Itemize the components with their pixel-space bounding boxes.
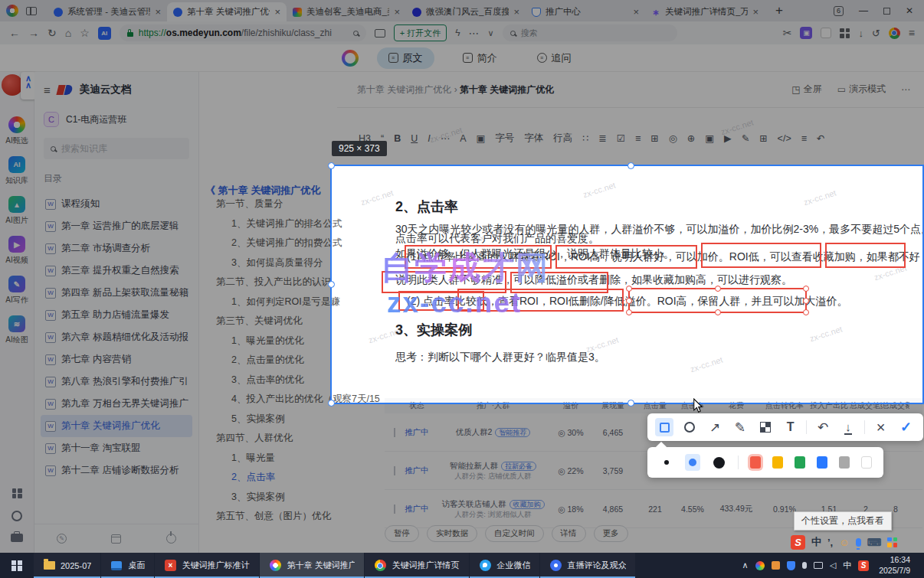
fullscreen-button[interactable]: ◳全屏 — [791, 83, 821, 96]
editor-tool[interactable]: ↶ — [817, 132, 824, 144]
browser-tab[interactable]: 推广中心× — [526, 2, 645, 21]
sidebar-doc-item[interactable]: W第四章 新品上架获取流量秘籍 — [41, 282, 192, 304]
color-swatch[interactable] — [861, 456, 872, 469]
ai-rail-item-知识库[interactable]: AI知识库 — [5, 156, 28, 186]
table-action-button[interactable]: 详情 — [552, 525, 586, 542]
editor-tool[interactable]: ⊞ — [650, 132, 658, 144]
breadcrumb-parent[interactable]: 第十章 关键词推广优化 — [357, 84, 451, 95]
browser-tab[interactable]: 系统管理 - 美迪云管理× — [48, 2, 167, 21]
download-icon[interactable]: ↓ — [858, 28, 863, 39]
sidebar-doc-item[interactable]: W第三章 提升权重之自然搜索 — [41, 260, 192, 282]
taskbar-clock[interactable]: 16:34 2025/7/9 — [876, 555, 918, 576]
tab-count-badge[interactable]: 6 — [834, 6, 844, 16]
taskbar-item[interactable]: 2025-07 — [34, 553, 100, 578]
toc-item[interactable]: 第五节、创意（图片）优化 — [199, 507, 337, 527]
more-tools-icon[interactable]: ⋯ — [469, 27, 480, 39]
checkbox[interactable] — [394, 505, 395, 514]
red-badge-icon[interactable] — [2, 74, 23, 96]
table-action-button[interactable]: 更多 — [594, 525, 628, 542]
taskbar-item[interactable]: 第十章 关键词推广... — [260, 553, 364, 578]
sidebar-doc-item[interactable]: W第八章 热浪引擎和付费推广引 — [41, 371, 192, 393]
download-tool-icon[interactable]: ↓ — [839, 418, 857, 436]
taskbar-item[interactable]: 关键词推广详情页... — [365, 553, 469, 578]
editor-tool[interactable]: ≣ — [598, 132, 606, 144]
ai-rail-item-AI图片[interactable]: ▲AI图片 — [5, 196, 28, 226]
toc-item[interactable]: 第三节、关键词优化 — [199, 312, 337, 331]
checkbox[interactable] — [394, 466, 395, 475]
tray-mic-icon[interactable] — [802, 562, 807, 569]
annotation-rect[interactable] — [825, 243, 906, 268]
tray-lang-icon[interactable]: 中 — [843, 560, 851, 571]
toc-item[interactable]: 3、实操案例 — [199, 488, 337, 508]
address-bar[interactable]: https://os.medeyun.com/file/zhishiku/cla… — [120, 24, 366, 41]
globe-icon[interactable] — [11, 511, 22, 521]
briefcase-icon[interactable] — [11, 534, 23, 542]
editor-tool[interactable]: ▣ — [705, 132, 714, 144]
table-action-button[interactable]: 暂停 — [385, 525, 419, 542]
history-icon[interactable]: ↺ — [872, 28, 880, 39]
doc-tab-简介[interactable]: ≡简介 — [451, 47, 509, 69]
browser-tab[interactable]: 美迪创客_美迪电商_美× — [287, 2, 406, 21]
ime-tooltip[interactable]: 个性设置，点我看看 — [794, 511, 892, 531]
browser-menu-icon[interactable] — [889, 28, 900, 39]
toc-item[interactable]: 2、关键词推广的扣费公式 — [199, 233, 337, 253]
color-swatch[interactable] — [772, 456, 783, 469]
toc-item[interactable]: 5、实操案例 — [199, 410, 337, 429]
ai-rail-item-AI写作[interactable]: ✎AI写作 — [5, 276, 28, 305]
sidebar-doc-item[interactable]: W第七章 内容营销 — [41, 348, 192, 371]
taskbar-item[interactable]: ×关键词推广标准计... — [155, 553, 259, 578]
edit-icon[interactable]: ✎ — [57, 534, 67, 544]
tab-close-icon[interactable]: × — [155, 6, 161, 18]
ai-logo-icon[interactable] — [342, 50, 359, 67]
browser-logo-icon[interactable] — [6, 5, 18, 17]
chevron-down-icon[interactable]: ∨ — [488, 28, 494, 38]
tab-close-icon[interactable]: × — [394, 6, 400, 18]
mosaic-tool-icon[interactable] — [756, 418, 775, 436]
annotation-handle[interactable] — [626, 309, 632, 315]
reload-icon[interactable]: ↻ — [48, 27, 57, 39]
toc-item[interactable]: 第四节、人群优化 — [199, 429, 337, 449]
undo-tool-icon[interactable]: ↶ — [814, 418, 832, 436]
stroke-size-option[interactable] — [659, 454, 673, 471]
white-extension-icon[interactable] — [821, 28, 831, 38]
tab-close-icon[interactable]: × — [513, 6, 519, 18]
ime-toolbox-icon[interactable] — [887, 537, 897, 547]
text-tool-icon[interactable]: T — [781, 418, 800, 436]
tab-close-icon[interactable]: × — [274, 6, 280, 18]
circle-tool-icon[interactable] — [680, 418, 699, 436]
annotation-handle[interactable] — [803, 309, 809, 315]
split-screen-icon[interactable] — [26, 7, 37, 15]
ime-lang-toggle[interactable]: 中 — [811, 535, 821, 549]
minimize-button[interactable]: — — [859, 5, 868, 16]
toc-item[interactable]: 第二节、投入产出比的认识 — [199, 273, 337, 292]
sidebar-doc-item[interactable]: W第六章 标题精细优化及活动报 — [41, 326, 192, 348]
image-tool-icon[interactable] — [375, 29, 385, 38]
ime-punct-toggle[interactable]: ’, — [827, 537, 833, 548]
editor-tool[interactable]: ≡ — [801, 133, 807, 144]
collapse-chevrons-icon[interactable]: ∧∧ — [21, 72, 36, 100]
url-text[interactable]: https://os.medeyun.com/file/zhishiku/cla… — [139, 28, 348, 38]
tray-sogou-icon[interactable]: S — [858, 560, 869, 571]
ai-rail-item-AI绘图[interactable]: ≋AI绘图 — [5, 315, 28, 345]
scissors-icon[interactable]: ✂ — [783, 27, 792, 39]
taskbar-item[interactable]: 桌面 — [101, 553, 154, 578]
stroke-size-option[interactable] — [685, 454, 700, 471]
toc-item[interactable]: 3、如何提高质量得分 — [199, 253, 337, 273]
sidebar-menu-icon[interactable]: ≡ — [44, 83, 51, 96]
close-window-button[interactable]: ✕ — [906, 5, 913, 16]
power-icon[interactable] — [166, 534, 176, 544]
mic-icon[interactable] — [856, 538, 861, 547]
tab-close-icon[interactable]: × — [752, 6, 759, 18]
ai-rail-item-AI甄选[interactable]: AI甄选 — [5, 116, 28, 146]
presentation-button[interactable]: ▭演示模式 — [837, 83, 886, 96]
back-icon[interactable]: ← — [9, 27, 20, 39]
home-icon[interactable]: ⌂ — [65, 27, 71, 39]
forward-icon[interactable]: → — [28, 27, 39, 39]
selection-handle[interactable] — [328, 281, 335, 288]
toc-item[interactable]: 4、投入产出比的优化（观察7天/15 — [199, 390, 337, 410]
ai-rail-item-AI视频[interactable]: ▶AI视频 — [5, 236, 28, 266]
tab-close-icon[interactable]: × — [633, 6, 639, 18]
editor-tool[interactable]: 字号 — [495, 132, 514, 145]
annotation-handle[interactable] — [626, 298, 632, 304]
editor-tool[interactable]: U — [411, 133, 418, 144]
